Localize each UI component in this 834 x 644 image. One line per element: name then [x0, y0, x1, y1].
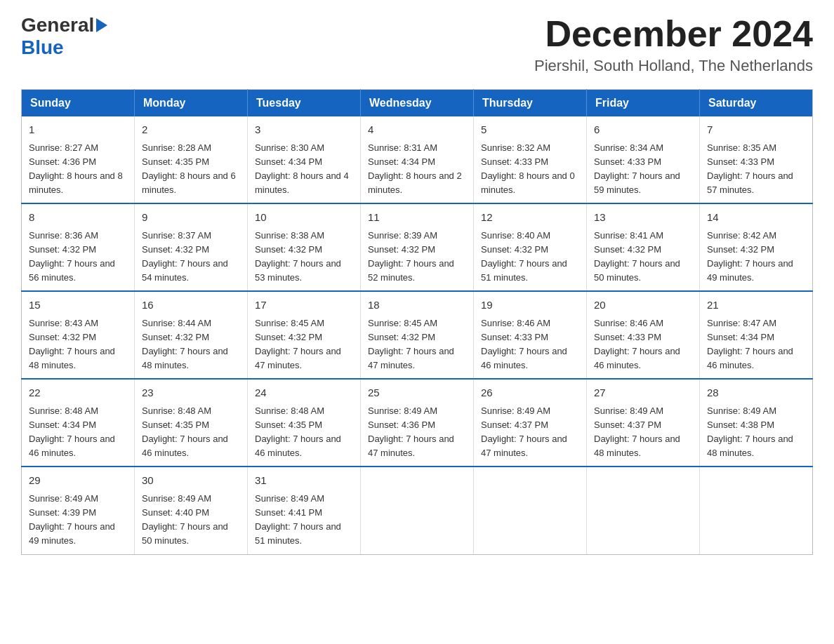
day-info: Sunrise: 8:36 AMSunset: 4:32 PMDaylight:… — [29, 230, 115, 283]
calendar-header-row: SundayMondayTuesdayWednesdayThursdayFrid… — [22, 90, 813, 117]
day-number: 17 — [255, 297, 353, 314]
calendar-cell: 2 Sunrise: 8:28 AMSunset: 4:35 PMDayligh… — [135, 116, 248, 203]
day-number: 28 — [707, 385, 805, 401]
calendar-cell: 13 Sunrise: 8:41 AMSunset: 4:32 PMDaylig… — [587, 203, 700, 291]
day-of-week-header: Saturday — [700, 90, 813, 117]
logo-general-text: General — [21, 14, 94, 36]
calendar-cell — [587, 467, 700, 554]
calendar-cell: 10 Sunrise: 8:38 AMSunset: 4:32 PMDaylig… — [248, 203, 361, 291]
day-info: Sunrise: 8:43 AMSunset: 4:32 PMDaylight:… — [29, 318, 115, 370]
day-number: 11 — [368, 210, 466, 226]
day-of-week-header: Wednesday — [361, 90, 474, 117]
calendar-cell: 28 Sunrise: 8:49 AMSunset: 4:38 PMDaylig… — [700, 379, 813, 467]
day-number: 24 — [255, 385, 353, 401]
day-number: 8 — [29, 210, 127, 226]
month-title: December 2024 — [534, 14, 813, 54]
day-info: Sunrise: 8:38 AMSunset: 4:32 PMDaylight:… — [255, 230, 341, 283]
day-of-week-header: Sunday — [22, 90, 135, 117]
calendar-cell: 6 Sunrise: 8:34 AMSunset: 4:33 PMDayligh… — [587, 116, 700, 203]
day-info: Sunrise: 8:37 AMSunset: 4:32 PMDaylight:… — [142, 230, 228, 283]
day-number: 30 — [142, 473, 240, 489]
day-number: 14 — [707, 210, 805, 226]
day-number: 21 — [707, 297, 805, 314]
calendar-cell: 20 Sunrise: 8:46 AMSunset: 4:33 PMDaylig… — [587, 291, 700, 379]
calendar-cell: 29 Sunrise: 8:49 AMSunset: 4:39 PMDaylig… — [22, 467, 135, 554]
calendar-week-row: 22 Sunrise: 8:48 AMSunset: 4:34 PMDaylig… — [22, 379, 813, 467]
calendar-week-row: 29 Sunrise: 8:49 AMSunset: 4:39 PMDaylig… — [22, 467, 813, 554]
calendar-cell: 30 Sunrise: 8:49 AMSunset: 4:40 PMDaylig… — [135, 467, 248, 554]
calendar-cell: 27 Sunrise: 8:49 AMSunset: 4:37 PMDaylig… — [587, 379, 700, 467]
day-number: 20 — [594, 297, 692, 314]
calendar-cell — [361, 467, 474, 554]
logo-blue-text: Blue — [21, 36, 64, 59]
calendar-cell: 17 Sunrise: 8:45 AMSunset: 4:32 PMDaylig… — [248, 291, 361, 379]
calendar-week-row: 15 Sunrise: 8:43 AMSunset: 4:32 PMDaylig… — [22, 291, 813, 379]
day-info: Sunrise: 8:44 AMSunset: 4:32 PMDaylight:… — [142, 318, 228, 370]
day-number: 1 — [29, 122, 127, 138]
logo: General Blue — [21, 14, 107, 59]
day-number: 23 — [142, 385, 240, 401]
day-info: Sunrise: 8:40 AMSunset: 4:32 PMDaylight:… — [481, 230, 567, 283]
calendar-cell: 16 Sunrise: 8:44 AMSunset: 4:32 PMDaylig… — [135, 291, 248, 379]
page-header: General Blue December 2024 Piershil, Sou… — [21, 14, 813, 75]
day-info: Sunrise: 8:39 AMSunset: 4:32 PMDaylight:… — [368, 230, 454, 283]
calendar-cell: 7 Sunrise: 8:35 AMSunset: 4:33 PMDayligh… — [700, 116, 813, 203]
day-number: 29 — [29, 473, 127, 489]
day-of-week-header: Tuesday — [248, 90, 361, 117]
calendar-cell: 1 Sunrise: 8:27 AMSunset: 4:36 PMDayligh… — [22, 116, 135, 203]
calendar-cell: 14 Sunrise: 8:42 AMSunset: 4:32 PMDaylig… — [700, 203, 813, 291]
day-info: Sunrise: 8:48 AMSunset: 4:35 PMDaylight:… — [255, 405, 341, 458]
day-number: 2 — [142, 122, 240, 138]
calendar-cell: 11 Sunrise: 8:39 AMSunset: 4:32 PMDaylig… — [361, 203, 474, 291]
day-info: Sunrise: 8:42 AMSunset: 4:32 PMDaylight:… — [707, 230, 793, 283]
day-number: 13 — [594, 210, 692, 226]
day-number: 7 — [707, 122, 805, 138]
calendar-cell — [700, 467, 813, 554]
day-info: Sunrise: 8:49 AMSunset: 4:39 PMDaylight:… — [29, 493, 115, 546]
day-number: 26 — [481, 385, 579, 401]
day-info: Sunrise: 8:45 AMSunset: 4:32 PMDaylight:… — [368, 318, 454, 370]
day-info: Sunrise: 8:34 AMSunset: 4:33 PMDaylight:… — [594, 142, 680, 195]
day-info: Sunrise: 8:48 AMSunset: 4:34 PMDaylight:… — [29, 405, 115, 458]
day-number: 15 — [29, 297, 127, 314]
day-of-week-header: Monday — [135, 90, 248, 117]
calendar-cell: 18 Sunrise: 8:45 AMSunset: 4:32 PMDaylig… — [361, 291, 474, 379]
day-number: 12 — [481, 210, 579, 226]
day-info: Sunrise: 8:49 AMSunset: 4:41 PMDaylight:… — [255, 493, 341, 546]
location-title: Piershil, South Holland, The Netherlands — [534, 57, 813, 75]
day-info: Sunrise: 8:46 AMSunset: 4:33 PMDaylight:… — [481, 318, 567, 370]
title-section: December 2024 Piershil, South Holland, T… — [534, 14, 813, 75]
calendar-cell: 5 Sunrise: 8:32 AMSunset: 4:33 PMDayligh… — [474, 116, 587, 203]
day-number: 6 — [594, 122, 692, 138]
day-number: 19 — [481, 297, 579, 314]
day-info: Sunrise: 8:49 AMSunset: 4:37 PMDaylight:… — [481, 405, 567, 458]
calendar-cell: 23 Sunrise: 8:48 AMSunset: 4:35 PMDaylig… — [135, 379, 248, 467]
day-number: 9 — [142, 210, 240, 226]
day-number: 31 — [255, 473, 353, 489]
calendar-cell: 8 Sunrise: 8:36 AMSunset: 4:32 PMDayligh… — [22, 203, 135, 291]
calendar-cell: 26 Sunrise: 8:49 AMSunset: 4:37 PMDaylig… — [474, 379, 587, 467]
calendar-cell: 25 Sunrise: 8:49 AMSunset: 4:36 PMDaylig… — [361, 379, 474, 467]
day-number: 16 — [142, 297, 240, 314]
calendar-week-row: 1 Sunrise: 8:27 AMSunset: 4:36 PMDayligh… — [22, 116, 813, 203]
day-info: Sunrise: 8:47 AMSunset: 4:34 PMDaylight:… — [707, 318, 793, 370]
calendar-cell: 4 Sunrise: 8:31 AMSunset: 4:34 PMDayligh… — [361, 116, 474, 203]
logo-arrow-icon — [96, 18, 107, 32]
day-info: Sunrise: 8:27 AMSunset: 4:36 PMDaylight:… — [29, 142, 123, 195]
calendar-table: SundayMondayTuesdayWednesdayThursdayFrid… — [21, 89, 813, 554]
day-number: 27 — [594, 385, 692, 401]
calendar-week-row: 8 Sunrise: 8:36 AMSunset: 4:32 PMDayligh… — [22, 203, 813, 291]
day-info: Sunrise: 8:46 AMSunset: 4:33 PMDaylight:… — [594, 318, 680, 370]
calendar-cell — [474, 467, 587, 554]
day-of-week-header: Thursday — [474, 90, 587, 117]
day-info: Sunrise: 8:35 AMSunset: 4:33 PMDaylight:… — [707, 142, 793, 195]
day-info: Sunrise: 8:49 AMSunset: 4:40 PMDaylight:… — [142, 493, 228, 546]
calendar-cell: 21 Sunrise: 8:47 AMSunset: 4:34 PMDaylig… — [700, 291, 813, 379]
calendar-cell: 31 Sunrise: 8:49 AMSunset: 4:41 PMDaylig… — [248, 467, 361, 554]
day-info: Sunrise: 8:48 AMSunset: 4:35 PMDaylight:… — [142, 405, 228, 458]
calendar-cell: 22 Sunrise: 8:48 AMSunset: 4:34 PMDaylig… — [22, 379, 135, 467]
day-info: Sunrise: 8:32 AMSunset: 4:33 PMDaylight:… — [481, 142, 575, 195]
calendar-cell: 15 Sunrise: 8:43 AMSunset: 4:32 PMDaylig… — [22, 291, 135, 379]
day-number: 5 — [481, 122, 579, 138]
calendar-cell: 12 Sunrise: 8:40 AMSunset: 4:32 PMDaylig… — [474, 203, 587, 291]
